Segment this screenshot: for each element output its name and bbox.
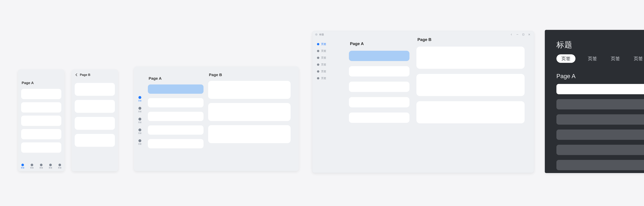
page-title: Page B: [80, 73, 90, 76]
detail-card[interactable]: [416, 46, 524, 69]
master-row-selected[interactable]: [148, 84, 204, 94]
tab-icon: [22, 164, 24, 166]
sidebar-item-label: 页签: [321, 63, 326, 66]
bottom-tab-bar: 页签 页签 页签 页签 页签: [18, 162, 64, 171]
tv-tab-4[interactable]: 页签: [632, 54, 644, 63]
tab-3[interactable]: 页签: [36, 162, 46, 171]
tv-list-item-focused[interactable]: [556, 84, 644, 94]
tab-icon: [317, 57, 319, 59]
master-row[interactable]: [349, 82, 410, 92]
tv-list-item[interactable]: [556, 99, 644, 110]
tv-tab-1[interactable]: 页签: [556, 54, 576, 63]
side-tabs: 页签 页签 页签 页签 页签: [136, 96, 144, 145]
sidebar-item-4[interactable]: 页签: [136, 128, 144, 134]
master-row[interactable]: [148, 112, 204, 121]
tab-label: 页签: [30, 167, 34, 169]
master-row[interactable]: [349, 112, 410, 123]
detail-card[interactable]: [416, 74, 524, 96]
master-row[interactable]: [349, 97, 410, 108]
tab-5[interactable]: 页签: [55, 162, 64, 171]
list-item[interactable]: [21, 102, 61, 112]
tab-icon: [49, 164, 52, 166]
sidebar-item-3[interactable]: 页签: [317, 56, 340, 60]
tab-icon: [138, 96, 141, 99]
list-item[interactable]: [21, 116, 61, 126]
tab-icon: [317, 43, 319, 45]
phone-frame-a: Page A 页签 页签 页签 页签 页签: [18, 70, 64, 171]
detail-card[interactable]: [208, 81, 290, 99]
maximize-icon[interactable]: [522, 33, 524, 36]
sidebar-item-label: 页签: [138, 100, 142, 102]
list-item[interactable]: [75, 134, 115, 147]
master-row[interactable]: [349, 66, 410, 76]
detail-card[interactable]: [208, 125, 290, 143]
list-item[interactable]: [21, 129, 61, 139]
tab-icon: [31, 164, 33, 166]
tab-label: 页签: [21, 167, 24, 169]
list-item[interactable]: [21, 142, 61, 153]
sidebar-item-4[interactable]: 页签: [317, 63, 340, 66]
sidebar-item-6[interactable]: 页签: [317, 76, 340, 80]
tab-icon: [58, 164, 61, 166]
svg-rect-0: [522, 34, 524, 35]
desktop-window: 标题 页签 页签 页签 页签 页签: [312, 31, 534, 173]
tv-tab-2[interactable]: 页签: [586, 54, 598, 63]
nav-bar: Page B: [72, 70, 118, 80]
master-row[interactable]: [148, 139, 204, 148]
arrow-left-icon: [75, 73, 78, 76]
close-icon[interactable]: [528, 33, 530, 36]
tab-2[interactable]: 页签: [27, 162, 36, 171]
master-row[interactable]: [148, 126, 204, 135]
tab-label: 页签: [40, 167, 43, 169]
tab-label: 页签: [49, 167, 52, 169]
tab-icon: [138, 139, 141, 142]
tv-list-item[interactable]: [556, 145, 644, 155]
minimize-icon[interactable]: [516, 33, 519, 36]
title-bar: 标题: [312, 31, 534, 38]
sidebar-item-5[interactable]: 页签: [317, 70, 340, 73]
master-row-selected[interactable]: [349, 51, 410, 61]
list-item[interactable]: [21, 89, 61, 99]
sidebar-item-2[interactable]: 页签: [317, 49, 340, 53]
window-title: 标题: [319, 33, 324, 36]
column-title: Page A: [149, 76, 204, 80]
sidebar-item-label: 页签: [321, 76, 326, 80]
detail-card[interactable]: [416, 101, 524, 123]
detail-card[interactable]: [208, 103, 290, 121]
tv-frame: 标题 页签 页签 页签 页签 页签 Page A: [545, 30, 644, 173]
master-row[interactable]: [148, 98, 204, 108]
sidebar-item-1[interactable]: 页签: [136, 96, 144, 102]
tab-icon: [317, 50, 319, 52]
tab-1[interactable]: 页签: [18, 162, 27, 171]
app-icon: [315, 33, 318, 36]
tab-icon: [317, 64, 319, 66]
sidebar-item-label: 页签: [138, 121, 142, 124]
tv-tab-3[interactable]: 页签: [610, 54, 621, 63]
chevron-left-icon[interactable]: [510, 33, 513, 36]
tv-list: [556, 84, 644, 170]
sidebar-item-label: 页签: [138, 110, 142, 113]
sidebar: 页签 页签 页签 页签 页签 页签: [317, 42, 340, 80]
tv-list-item[interactable]: [556, 130, 644, 140]
tv-list-item[interactable]: [556, 114, 644, 125]
master-column: Page A: [349, 41, 410, 128]
sidebar-item-label: 页签: [138, 143, 142, 145]
list-item[interactable]: [75, 83, 115, 96]
master-column: Page A: [148, 76, 204, 153]
list-item[interactable]: [75, 117, 115, 130]
back-button[interactable]: [75, 73, 78, 76]
tab-icon: [138, 107, 141, 110]
list-item[interactable]: [75, 100, 115, 113]
tab-4[interactable]: 页签: [46, 162, 55, 171]
sidebar-item-3[interactable]: 页签: [136, 118, 144, 124]
tablet-frame: 页签 页签 页签 页签 页签 Page A Page B: [134, 66, 299, 171]
sidebar-item-2[interactable]: 页签: [136, 107, 144, 113]
tab-icon: [317, 77, 319, 80]
column-title: Page A: [350, 41, 410, 46]
sidebar-item-1[interactable]: 页签: [317, 42, 340, 46]
tab-icon: [40, 164, 42, 166]
sidebar-item-5[interactable]: 页签: [136, 139, 144, 145]
tab-icon: [317, 70, 319, 72]
tab-icon: [138, 128, 141, 131]
tv-list-item[interactable]: [556, 160, 644, 170]
